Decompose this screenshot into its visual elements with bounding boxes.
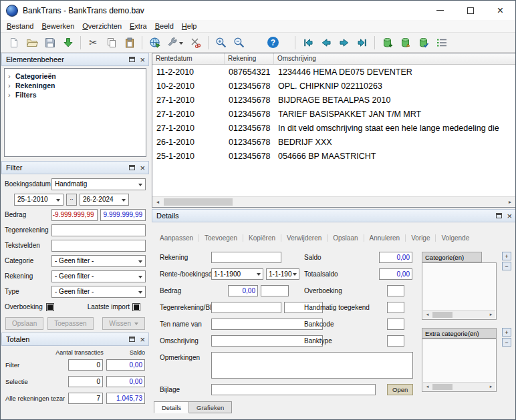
tekstvelden-input[interactable] (51, 240, 146, 252)
categorie-list[interactable]: ◂ ▸ (422, 262, 497, 320)
menu-item-beeld[interactable]: Beeld (151, 21, 178, 31)
help-button[interactable]: ? (264, 34, 282, 51)
tools-button[interactable] (164, 34, 186, 51)
column-header-rekening[interactable]: Rekening (225, 53, 274, 64)
table-row[interactable]: 25-1-2010012345678054666 BP MAASTRICHT (152, 149, 515, 163)
column-header-rentedatum[interactable]: Rentedatum (152, 53, 225, 64)
type-select[interactable]: - Geen filter - (51, 286, 146, 298)
opslaan-action[interactable]: Opslaan (328, 234, 364, 242)
zoom-in-button[interactable] (212, 34, 230, 51)
date-from-select[interactable]: 25-1-2010 (14, 194, 63, 206)
menu-item-bewerken[interactable]: Bewerken (37, 21, 78, 31)
open-button[interactable] (23, 34, 41, 51)
extra-categorie-list-scrollbar[interactable]: ◂ ▸ (423, 382, 495, 391)
close-panel-icon[interactable]: × (140, 164, 145, 172)
scrollbar-thumb[interactable] (432, 384, 453, 390)
vorige-action[interactable]: Vorige (406, 234, 436, 242)
tegenrekening-input[interactable] (211, 302, 281, 313)
menu-item-help[interactable]: Help (178, 21, 201, 31)
close-panel-icon[interactable]: × (507, 212, 512, 220)
minimize-button[interactable] (425, 1, 455, 20)
laatste-import-checkbox[interactable] (132, 303, 140, 311)
list-options-button[interactable] (432, 34, 450, 51)
nav-previous-button[interactable] (317, 34, 335, 51)
import-button[interactable] (59, 34, 77, 51)
boekingsdatum-select[interactable]: 1-1-190 (266, 268, 299, 280)
chevron-right-icon[interactable]: › (8, 72, 15, 80)
scroll-right-icon[interactable]: ▸ (487, 383, 495, 391)
table-row[interactable]: 26-1-2010012345678BEDRIJF XXX (152, 135, 515, 149)
bedrag-extra-input[interactable] (261, 285, 289, 296)
volgende-action[interactable]: Volgende (436, 234, 475, 242)
scrollbar-thumb[interactable] (432, 312, 453, 318)
tree-item-categorieen[interactable]: ›Categorieën (5, 71, 146, 81)
save-button[interactable] (41, 34, 59, 51)
table-row[interactable]: 11-2-20100876543211234446 HEMA DE075 DEV… (152, 65, 515, 79)
float-panel-icon[interactable] (496, 213, 502, 218)
nav-last-button[interactable] (353, 34, 371, 51)
float-panel-icon[interactable] (129, 165, 135, 170)
remove-extra-categorie-button[interactable]: − (502, 338, 511, 347)
table-row[interactable]: 10-2-2010012345678OPL. CHIPKNIP 02211026… (152, 79, 515, 93)
date-to-select[interactable]: 26-2-2024 (80, 194, 129, 206)
rentedatum-select[interactable]: 1-1-1900 (211, 268, 263, 280)
boekingsdatum-select[interactable]: Handmatig (51, 178, 146, 190)
chevron-right-icon[interactable]: › (8, 81, 15, 89)
nav-next-button[interactable] (335, 34, 353, 51)
database-edit-button[interactable] (396, 34, 414, 51)
overboeking-input[interactable] (387, 285, 404, 296)
bedrag-min-input[interactable]: -9.999.999,99 (51, 209, 98, 221)
copy-button[interactable] (102, 34, 120, 51)
paste-button[interactable] (120, 34, 138, 51)
float-panel-icon[interactable] (129, 337, 135, 342)
aanpassen-action[interactable]: Aanpassen (154, 234, 199, 242)
scroll-left-icon[interactable]: ◂ (423, 310, 432, 319)
zoom-out-button[interactable] (230, 34, 248, 51)
remove-button[interactable] (186, 34, 205, 51)
cut-button[interactable]: ✂ (84, 34, 102, 51)
scroll-right-icon[interactable]: ▸ (487, 310, 495, 319)
database-check-button[interactable] (414, 34, 432, 51)
database-add-button[interactable] (378, 34, 396, 51)
new-button[interactable] (5, 34, 23, 51)
scrollbar-thumb[interactable] (164, 198, 233, 206)
tab-grafieken[interactable]: Grafieken (189, 401, 232, 413)
tree-item-rekeningen[interactable]: ›Rekeningen (5, 81, 146, 90)
add-extra-categorie-button[interactable]: + (502, 328, 511, 337)
rekening-select[interactable]: - Geen filter - (51, 270, 146, 282)
menu-item-bestand[interactable]: Bestand (3, 21, 37, 31)
toepassen-button[interactable]: Toepassen (47, 317, 93, 330)
table-row[interactable]: 27-1-2010012345678BIJDRAGE BETAALPAS 201… (152, 93, 515, 107)
sync-button[interactable] (146, 34, 164, 51)
bedrag-max-input[interactable]: 9.999.999,99 (100, 209, 146, 221)
tegenrekening-input[interactable] (51, 224, 146, 236)
float-panel-icon[interactable] (129, 57, 135, 62)
annuleren-action[interactable]: Annuleren (364, 234, 406, 242)
open-button[interactable]: Open (387, 384, 413, 395)
bankcode-input[interactable] (387, 319, 404, 330)
remove-categorie-button[interactable]: − (502, 262, 511, 270)
scroll-left-icon[interactable]: ◂ (152, 197, 163, 207)
tab-details[interactable]: Details (154, 401, 189, 413)
bedrag-input[interactable]: 0,00 (228, 285, 258, 296)
handmatig-toegekend-input[interactable] (387, 302, 404, 313)
bijlage-input[interactable] (211, 384, 376, 395)
categorie-list-scrollbar[interactable]: ◂ ▸ (423, 310, 495, 319)
categorie-select[interactable]: - Geen filter - (51, 255, 146, 267)
banktype-input[interactable] (387, 335, 404, 347)
nav-first-button[interactable] (299, 34, 317, 51)
close-panel-icon[interactable]: × (140, 335, 145, 344)
date-browse-button[interactable]: .. (66, 194, 77, 206)
kopieren-action[interactable]: Kopiëren (243, 234, 281, 242)
verwijderen-action[interactable]: Verwijderen (281, 234, 328, 242)
close-panel-icon[interactable]: × (140, 55, 145, 64)
menu-item-extra[interactable]: Extra (126, 21, 151, 31)
rekening-input[interactable] (211, 252, 281, 263)
maximize-button[interactable] (455, 1, 485, 20)
column-header-omschrijving[interactable]: Omschrijving (274, 53, 515, 64)
menu-item-overzichten[interactable]: Overzichten (78, 21, 126, 31)
wissen-button[interactable]: Wissen (102, 317, 145, 330)
table-row[interactable]: 27-1-2010012345678In dit veld omschrijvi… (152, 121, 515, 135)
table-horizontal-scrollbar[interactable]: ◂ ▸ (152, 196, 515, 207)
table-row[interactable]: 27-1-2010012345678TARIEF BASISPAKKET JAN… (152, 107, 515, 121)
